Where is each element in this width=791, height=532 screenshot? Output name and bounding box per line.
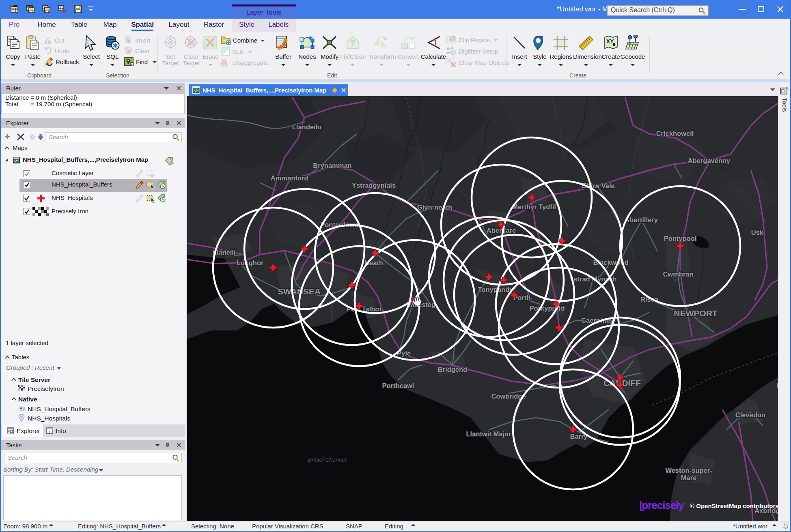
svg-text:Llandeilo: Llandeilo — [292, 123, 321, 131]
svg-text:Weston-super-: Weston-super- — [665, 467, 712, 474]
svg-text:SWANSEA: SWANSEA — [278, 287, 321, 296]
svg-text:Clevedon: Clevedon — [735, 411, 765, 418]
svg-text:?: ? — [350, 38, 355, 48]
svg-text:NEWPORT: NEWPORT — [674, 309, 718, 318]
svg-text:Llantwit Major: Llantwit Major — [466, 430, 511, 438]
svg-text:Ammanford: Ammanford — [271, 174, 308, 182]
svg-text:Pontypool: Pontypool — [664, 235, 697, 242]
svg-text:Crickhowell: Crickhowell — [656, 130, 694, 137]
svg-text:Mare: Mare — [681, 474, 697, 481]
svg-text:Pontypridd: Pontypridd — [529, 305, 565, 312]
svg-text:|precisely: |precisely — [639, 499, 685, 511]
svg-text:Brynamman: Brynamman — [313, 162, 351, 169]
svg-text:i: i — [49, 429, 50, 433]
svg-text:Bristol Channel: Bristol Channel — [308, 457, 347, 463]
svg-text:XY: XY — [606, 38, 614, 45]
svg-text:Bridgend: Bridgend — [438, 366, 467, 373]
svg-text:© OpenStreetMap contributors: © OpenStreetMap contributors — [690, 502, 778, 509]
svg-text:Cwmbran: Cwmbran — [663, 270, 693, 278]
svg-text:Abertillery: Abertillery — [625, 216, 658, 223]
svg-text:Usk: Usk — [751, 229, 764, 236]
svg-text:Porthcawl: Porthcawl — [382, 382, 414, 389]
svg-text:Tonypandy: Tonypandy — [478, 286, 514, 293]
svg-text:Merthyr Tydfil: Merthyr Tydfil — [512, 203, 556, 210]
svg-text:Abergavenny: Abergavenny — [688, 157, 731, 164]
svg-text:Glyn-neath: Glyn-neath — [417, 204, 452, 211]
svg-text:Loughor: Loughor — [237, 259, 264, 266]
svg-text:Ystradgynlais: Ystradgynlais — [352, 182, 396, 189]
